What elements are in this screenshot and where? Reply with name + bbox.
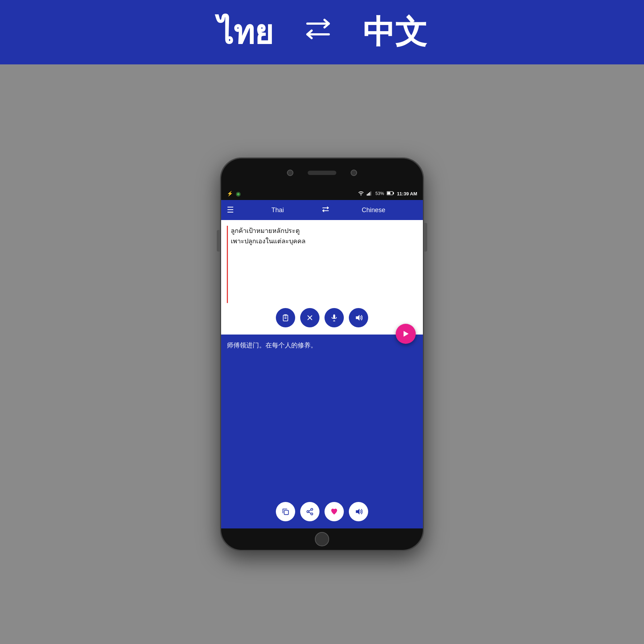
svg-marker-25 bbox=[356, 509, 360, 515]
screen-content: ลูกค้าเป้าหมายหลักประตู เพาะปลูกเองในแต่… bbox=[221, 220, 423, 528]
source-controls bbox=[227, 303, 417, 329]
svg-marker-17 bbox=[356, 315, 360, 321]
svg-rect-1 bbox=[367, 194, 368, 195]
clipboard-button[interactable] bbox=[276, 308, 295, 327]
home-button[interactable] bbox=[315, 532, 329, 546]
status-bar: ⚡ ◉ bbox=[221, 187, 423, 200]
result-controls bbox=[221, 497, 423, 523]
svg-point-0 bbox=[361, 195, 361, 196]
svg-point-22 bbox=[311, 513, 313, 515]
share-button[interactable] bbox=[300, 502, 319, 521]
favorite-button[interactable] bbox=[325, 502, 344, 521]
top-banner: ไทย 中文 bbox=[0, 0, 644, 64]
source-line-2: เพาะปลูกเองในแต่ละบุคคล bbox=[231, 236, 417, 247]
microphone-button[interactable] bbox=[325, 308, 344, 327]
time-display: 11:39 AM bbox=[397, 191, 417, 196]
banner-source-lang: ไทย bbox=[217, 7, 273, 58]
menu-button[interactable]: ☰ bbox=[227, 205, 234, 215]
svg-rect-19 bbox=[284, 510, 288, 514]
svg-line-23 bbox=[309, 510, 311, 511]
swap-languages-button[interactable] bbox=[321, 206, 330, 215]
clear-button[interactable] bbox=[300, 308, 319, 327]
svg-rect-7 bbox=[387, 192, 391, 194]
front-camera bbox=[287, 170, 293, 176]
phone-device: ⚡ ◉ bbox=[220, 157, 424, 551]
status-icons-right: 53% 11:39 AM bbox=[358, 191, 417, 197]
phone-top bbox=[221, 158, 423, 187]
front-sensor bbox=[351, 170, 357, 176]
result-panel: 师傅领进门。在每个人的修养。 bbox=[221, 335, 423, 528]
svg-rect-3 bbox=[369, 192, 370, 195]
copy-result-button[interactable] bbox=[276, 502, 295, 521]
wifi-icon bbox=[358, 191, 364, 197]
svg-rect-14 bbox=[333, 314, 335, 318]
status-icons-left: ⚡ ◉ bbox=[227, 190, 241, 197]
svg-point-21 bbox=[307, 511, 309, 513]
source-line-1: ลูกค้าเป้าหมายหลักประตู bbox=[231, 226, 417, 236]
source-text-area[interactable]: ลูกค้าเป้าหมายหลักประตู เพาะปลูกเองในแต่… bbox=[227, 226, 417, 303]
svg-point-20 bbox=[311, 508, 313, 511]
target-language-selector[interactable]: Chinese bbox=[330, 206, 417, 214]
usb-icon: ⚡ bbox=[227, 191, 233, 196]
phone-bottom bbox=[221, 528, 423, 550]
result-text-area: 师傅领进门。在每个人的修养。 bbox=[227, 340, 417, 351]
speaker-result-button[interactable] bbox=[349, 502, 368, 521]
battery-text: 53% bbox=[375, 191, 384, 196]
banner-swap-icon[interactable] bbox=[302, 15, 334, 50]
source-language-selector[interactable]: Thai bbox=[234, 206, 321, 214]
power-button bbox=[424, 223, 427, 252]
battery-icon bbox=[387, 191, 394, 196]
phone-wrapper: ⚡ ◉ bbox=[220, 64, 424, 644]
svg-rect-4 bbox=[370, 191, 371, 195]
source-panel: ลูกค้าเป้าหมายหลักประตู เพาะปลูกเองในแต่… bbox=[221, 220, 423, 335]
banner-target-lang: 中文 bbox=[363, 10, 427, 54]
app-toolbar: ☰ Thai Chinese bbox=[221, 200, 423, 220]
signal-icon bbox=[367, 191, 372, 197]
speaker-source-button[interactable] bbox=[349, 308, 368, 327]
earpiece-speaker bbox=[308, 171, 336, 175]
volume-button bbox=[217, 230, 220, 252]
svg-marker-18 bbox=[404, 331, 409, 337]
svg-line-24 bbox=[309, 512, 311, 513]
svg-rect-6 bbox=[393, 192, 394, 194]
app-icon-green: ◉ bbox=[236, 190, 241, 197]
svg-rect-2 bbox=[368, 193, 369, 196]
translate-button[interactable] bbox=[396, 324, 416, 344]
